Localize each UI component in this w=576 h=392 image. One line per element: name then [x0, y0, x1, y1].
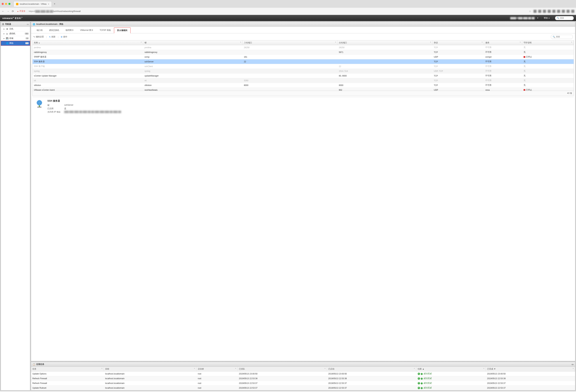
search-icon: 🔍	[553, 36, 555, 38]
dropdown-icon[interactable]: ▾	[483, 367, 484, 369]
dropdown-icon[interactable]: ▾	[325, 367, 325, 369]
dropdown-icon[interactable]: ▾	[102, 367, 102, 369]
user-menu[interactable]: ▓▓▓▓@▓▓▓.▓▓▓.▓▓.▓▓	[510, 17, 535, 19]
nav-item-2[interactable]: ▶💾存储1	[1, 36, 30, 41]
close-tab-icon[interactable]: ×	[48, 3, 49, 5]
column-header[interactable]: 名称 ▲▾	[32, 40, 143, 45]
dropdown-icon[interactable]: ▾	[520, 41, 521, 43]
address-bar: ← → ⟳ 不安全 | https://▓▓▓.▓▓▓.▓▓.▓▓/ui/#/h…	[0, 8, 576, 15]
nav-item-0[interactable]: ▶🖥主机	[1, 27, 30, 31]
dropdown-icon[interactable]: ▾	[571, 41, 572, 43]
tasks-grid[interactable]: 任务▾目标▾启动者▾已排队▾已启动▾结果 ▲▾已完成 ▼▾ Update Opt…	[31, 367, 575, 390]
table-row[interactable]: vitvit3260TCP不可用无	[32, 78, 574, 83]
nav-icon: 🗂	[6, 32, 8, 35]
table-row[interactable]: SSH 客户端sshClient22TCP不可用无	[32, 64, 574, 69]
table-row[interactable]: vCenter Update ManagerupdateManager80, 9…	[32, 74, 574, 78]
count-badge: 11	[25, 33, 29, 34]
nav-item-1[interactable]: ▶🗂虚拟机11	[1, 31, 30, 36]
column-header[interactable]: 入站端口▾	[242, 40, 337, 45]
column-header[interactable]: 键▾	[143, 40, 242, 45]
table-row[interactable]: rabbitmqproxyrabbitmqproxy5671TCP不可用无	[32, 50, 574, 55]
header-search[interactable]: 🔍 搜索	[555, 16, 574, 20]
tab-1[interactable]: 虚拟交换机	[46, 27, 62, 33]
task-row[interactable]: Update Rulesetlocalhost.localdomainroot2…	[31, 386, 575, 390]
bookmark-icon[interactable]: ☆	[529, 10, 531, 13]
table-row[interactable]: SSH 服务器sshServer22TCP不可用无	[32, 59, 574, 64]
tab-bar: 端口组虚拟交换机物理网卡VMkernel 网卡TCP/IP 堆栈防火墙规则	[31, 27, 575, 33]
column-header[interactable]: 结果 ▲▾	[416, 367, 486, 371]
column-header[interactable]: 协议▾	[432, 40, 484, 45]
column-header[interactable]: 服务▾	[484, 40, 522, 45]
dropdown-icon[interactable]: ▾	[141, 41, 142, 43]
detail-title: SSH 服务器	[47, 99, 121, 103]
maximize-window-icon[interactable]	[8, 3, 10, 5]
actions-button[interactable]: ⚙ 操作	[61, 35, 67, 38]
dropdown-icon[interactable]: ▾	[482, 41, 483, 43]
success-icon	[418, 377, 420, 380]
dropdown-icon[interactable]: ▾	[573, 367, 574, 369]
search-icon: 🔍	[557, 17, 559, 19]
forward-button[interactable]: →	[7, 10, 9, 13]
column-header[interactable]: 目标▾	[104, 367, 197, 371]
tab-4[interactable]: TCP/IP 堆栈	[96, 27, 114, 33]
svg-rect-4	[37, 107, 41, 108]
content-main: 🌐 localhost.localdomain - 网络 端口组虚拟交换机物理网…	[31, 22, 575, 361]
new-tab-button[interactable]: +	[53, 1, 57, 7]
globe-stand-icon	[35, 99, 44, 109]
dropdown-icon[interactable]: ▾	[430, 41, 431, 43]
dropdown-icon[interactable]: ▾	[235, 367, 236, 369]
column-header[interactable]: 任务▾	[31, 367, 104, 371]
tasks-header: 📋 近期任务 ▭	[31, 362, 575, 367]
task-row[interactable]: Refresh Firewalllocalhost.localdomainroo…	[31, 381, 575, 386]
collapse-icon[interactable]: ▭	[27, 23, 29, 26]
nav-item-3[interactable]: 🌐网络1	[1, 41, 30, 46]
nav-icon: 🌐	[6, 42, 8, 45]
expand-icon[interactable]: ▭	[572, 363, 574, 365]
esxi-header: vmware® ESXi™ ▓▓▓▓@▓▓▓.▓▓▓.▓▓.▓▓▼ | 帮助 ▼…	[0, 15, 576, 21]
dropdown-icon[interactable]: ▾	[194, 367, 195, 369]
table-row[interactable]: SNMP 服务器snmp161UDPsnmpd已停止	[32, 55, 574, 59]
column-header[interactable]: 守护进程▾	[522, 40, 574, 45]
table-row[interactable]: syslogsyslog1514, 514UDP, TCP不可用无	[32, 69, 574, 74]
tab-3[interactable]: VMkernel 网卡	[77, 27, 96, 33]
content-area: 🌐 localhost.localdomain - 网络 端口组虚拟交换机物理网…	[31, 22, 575, 391]
tab-0[interactable]: 端口组	[33, 27, 46, 33]
column-header[interactable]: 出站端口▾	[337, 40, 432, 45]
task-row[interactable]: Update Optionslocalhost.localdomainroot2…	[31, 390, 575, 391]
refresh-button[interactable]: ↻ 刷新	[49, 35, 56, 38]
url-field[interactable]: 不安全 | https://▓▓▓.▓▓▓.▓▓.▓▓/ui/#/host/ne…	[16, 9, 526, 13]
edit-settings-button[interactable]: ✎ 编辑设置	[33, 35, 44, 38]
gear-icon: ⚙	[61, 36, 62, 38]
stopped-icon	[523, 89, 525, 91]
navigator-header: ☰ 导航器 ▭	[1, 22, 30, 27]
table-row[interactable]: VMware vCenter AgentvpxHeartbeats902UDPv…	[32, 88, 574, 91]
chevron-icon: ▶	[3, 38, 5, 39]
reload-button[interactable]: ⟳	[12, 10, 14, 13]
task-row[interactable]: Update Optionslocalhost.localdomainroot2…	[31, 371, 575, 376]
nav-icon: 🖥	[6, 28, 8, 30]
insecure-badge: 不安全	[17, 10, 26, 13]
column-header[interactable]: 启动者▾	[197, 367, 238, 371]
browser-tab-active[interactable]: localhost.localdomain - VMwa ×	[13, 1, 52, 7]
column-header[interactable]: 已排队▾	[238, 367, 327, 371]
help-menu[interactable]: 帮助 ▼	[544, 17, 550, 20]
table-row[interactable]: pvrdmapvrdma2825028250TCP不可用无	[32, 45, 574, 50]
tab-2[interactable]: 物理网卡	[62, 27, 77, 33]
dropdown-icon[interactable]: ▾	[335, 41, 336, 43]
recent-tasks-panel: 📋 近期任务 ▭ 任务▾目标▾启动者▾已排队▾已启动▾结果 ▲▾已完成 ▼▾ U…	[31, 362, 575, 391]
firewall-rules-grid[interactable]: 名称 ▲▾键▾入站端口▾出站端口▾协议▾服务▾守护进程▾ pvrdmapvrdm…	[32, 40, 574, 91]
dropdown-icon[interactable]: ▾	[414, 367, 415, 369]
column-header[interactable]: 已启动▾	[327, 367, 416, 371]
close-window-icon[interactable]	[2, 3, 4, 5]
grid-footer: 43 项	[32, 91, 574, 96]
task-row[interactable]: Refresh Firewalllocalhost.localdomainroo…	[31, 376, 575, 381]
column-header[interactable]: 已完成 ▼▾	[486, 367, 575, 371]
vmware-logo: vmware® ESXi™	[2, 17, 23, 20]
dropdown-icon[interactable]: ▾	[240, 41, 241, 43]
minimize-window-icon[interactable]	[5, 3, 7, 5]
tab-title: localhost.localdomain - VMwa	[20, 3, 47, 5]
tab-5[interactable]: 防火墙规则	[114, 28, 131, 33]
grid-search[interactable]: 🔍 搜索	[551, 35, 573, 39]
back-button[interactable]: ←	[2, 10, 4, 13]
table-row[interactable]: vMotionvMotion80008000TCP不可用无	[32, 83, 574, 88]
